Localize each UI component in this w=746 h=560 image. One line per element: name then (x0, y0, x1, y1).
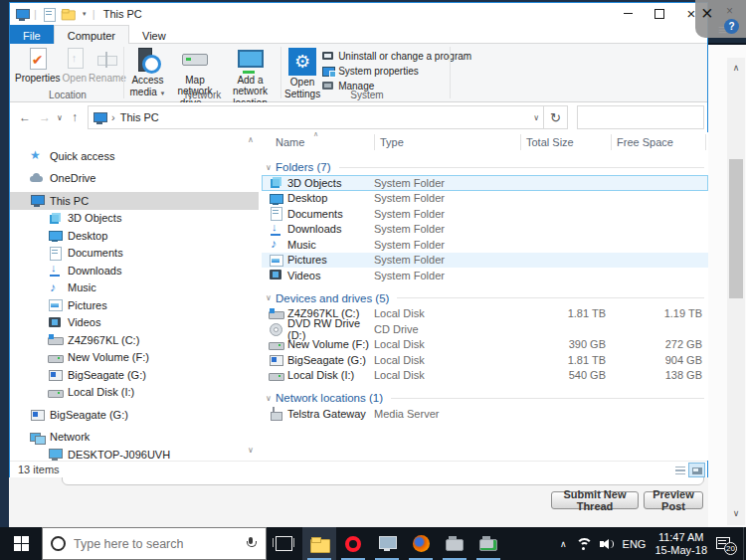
group-header-devices[interactable]: ∨ Devices and drives (5) (262, 290, 708, 306)
folder-qat-icon[interactable] (62, 9, 75, 19)
help-icon[interactable]: ? (724, 19, 739, 34)
collapse-icon[interactable]: ∨ (262, 163, 276, 172)
overlay-close-icon[interactable]: × (701, 2, 713, 25)
tray-chevron-up-icon[interactable]: ∧ (560, 539, 567, 549)
sidebar-item-drive-i[interactable]: Local Disk (I:) (10, 384, 259, 402)
tab-view[interactable]: View (129, 25, 179, 44)
preview-post-button[interactable]: Preview Post (644, 491, 703, 509)
explorer-search-input[interactable] (578, 106, 703, 128)
file-row-drive-f[interactable]: New Volume (F:) Local Disk 390 GB 272 GB (262, 337, 708, 353)
start-button[interactable] (0, 527, 42, 560)
properties-button[interactable]: Properties (15, 46, 61, 84)
forward-button[interactable]: → (36, 108, 54, 126)
task-view-button[interactable] (273, 535, 294, 552)
sidebar-item-drive-f[interactable]: New Volume (F:) (10, 349, 259, 367)
group-header-folders[interactable]: ∨ Folders (7) (262, 159, 708, 175)
picture-icon (48, 298, 62, 311)
file-row-desktop[interactable]: Desktop System Folder (262, 191, 708, 207)
sidebar-item-documents[interactable]: Documents (10, 245, 259, 263)
sidebar-item-downloads[interactable]: Downloads (10, 262, 259, 280)
submit-new-thread-button[interactable]: Submit New Thread (551, 491, 639, 509)
taskbar-system-monitor[interactable] (370, 527, 404, 560)
properties-qat-icon[interactable] (42, 8, 54, 21)
wifi-icon[interactable] (576, 538, 591, 550)
notification-center-icon[interactable]: 20 (716, 537, 732, 551)
collapse-icon[interactable]: ∨ (262, 293, 276, 302)
breadcrumb[interactable]: This PC (120, 111, 159, 123)
file-row-downloads[interactable]: Downloads System Folder (262, 222, 708, 238)
drive-icon (48, 386, 62, 399)
monitor-icon (30, 194, 44, 207)
page-scrollbar-thumb[interactable] (729, 159, 743, 298)
tab-file[interactable]: File (10, 25, 54, 44)
file-row-documents[interactable]: Documents System Folder (262, 206, 708, 222)
column-header-type[interactable]: Type (380, 136, 404, 148)
sidebar-item-onedrive[interactable]: OneDrive (10, 170, 259, 188)
tab-computer[interactable]: Computer (54, 25, 129, 44)
sidebar-scroll-up-icon[interactable]: ∧ (245, 134, 257, 146)
microphone-icon[interactable] (246, 537, 256, 551)
file-row-drive-i[interactable]: Local Disk (I:) Local Disk 540 GB 138 GB (262, 368, 708, 384)
recent-locations-icon[interactable]: ∨ (54, 108, 66, 126)
file-row-dvd-drive[interactable]: DVD RW Drive (D:) CD Drive (262, 321, 708, 337)
back-button[interactable]: ← (16, 108, 34, 126)
sidebar-item-desktop[interactable]: Desktop (10, 227, 259, 245)
sidebar-item-drive-c[interactable]: Z4Z967KL (C:) (10, 331, 259, 349)
details-view-button[interactable] (671, 463, 688, 477)
taskbar-device-2[interactable] (471, 527, 505, 560)
sidebar-item-network[interactable]: Network (10, 429, 259, 447)
explorer-search-box[interactable] (577, 105, 704, 129)
sidebar-item-3d-objects[interactable]: 3D Objects (10, 210, 259, 228)
file-row-3d-objects[interactable]: 3D Objects System Folder (262, 175, 708, 191)
ribbon: Properties Open Rename Location (10, 44, 707, 102)
column-header-total-size[interactable]: Total Size (526, 136, 574, 148)
address-box[interactable]: › This PC ∨ (88, 105, 544, 129)
file-row-music[interactable]: Music System Folder (262, 237, 708, 253)
file-row-pictures[interactable]: Pictures System Folder (262, 253, 708, 269)
page-scroll-up-icon[interactable]: ∧ (727, 60, 745, 76)
qat-dropdown-icon[interactable]: ▼ (82, 11, 88, 17)
media-drive-icon (269, 353, 282, 366)
language-indicator[interactable]: ENG (623, 538, 647, 550)
refresh-button[interactable]: ↻ (544, 105, 568, 129)
taskbar-opera[interactable] (336, 527, 370, 560)
sidebar-item-drive-g[interactable]: BigSeagate (G:) (10, 366, 259, 384)
taskbar-search[interactable] (42, 527, 267, 560)
speaker-icon[interactable] (600, 538, 614, 550)
collapse-icon[interactable]: ∨ (262, 394, 276, 403)
open-button[interactable]: Open (63, 46, 87, 84)
document-icon (269, 207, 282, 220)
maximize-button[interactable] (644, 3, 675, 24)
items-count: 13 items (18, 464, 60, 475)
rename-button[interactable]: Rename (89, 46, 126, 84)
taskbar-firefox[interactable] (404, 527, 438, 560)
sidebar-item-this-pc[interactable]: This PC (10, 192, 259, 210)
column-header-free-space[interactable]: Free Space (617, 136, 673, 148)
page-scroll-down-icon[interactable]: ∨ (727, 505, 745, 521)
file-row-telstra-gateway[interactable]: Telstra Gateway Media Server (262, 406, 708, 422)
sidebar-item-pictures[interactable]: Pictures (10, 296, 259, 314)
map-network-drive-button[interactable]: Map network drive ▼ (170, 46, 220, 110)
download-icon (48, 264, 62, 277)
sidebar-item-quick-access[interactable]: Quick access (10, 147, 259, 165)
sidebar-scroll-down-icon[interactable]: ∨ (245, 445, 257, 457)
taskbar-clock[interactable]: 11:47 AM 15-May-18 (654, 531, 707, 556)
column-header-name[interactable]: Name (276, 136, 304, 148)
sidebar-item-bigseagate[interactable]: BigSeagate (G:) (10, 406, 259, 424)
address-dropdown-icon[interactable]: ∨ (533, 113, 539, 122)
group-header-network-locations[interactable]: ∨ Network locations (1) (262, 390, 708, 406)
document-icon (48, 247, 62, 260)
taskbar-file-explorer[interactable] (302, 527, 336, 560)
minimize-button[interactable] (612, 3, 644, 24)
up-button[interactable]: ↑ (66, 108, 84, 126)
sidebar-item-videos[interactable]: Videos (10, 314, 259, 332)
thumbnails-view-button[interactable] (688, 463, 705, 477)
file-row-videos[interactable]: Videos System Folder (262, 268, 708, 283)
taskbar-search-input[interactable] (74, 537, 246, 551)
add-network-location-icon (235, 48, 265, 74)
this-pc-icon (93, 111, 106, 124)
sidebar-item-desktop-j096uvh[interactable]: DESKTOP-J096UVH (10, 446, 259, 461)
sidebar-item-music[interactable]: Music (10, 280, 259, 297)
taskbar-device-1[interactable] (438, 527, 471, 560)
file-row-drive-g[interactable]: BigSeagate (G:) Local Disk 1.81 TB 904 G… (262, 352, 708, 368)
